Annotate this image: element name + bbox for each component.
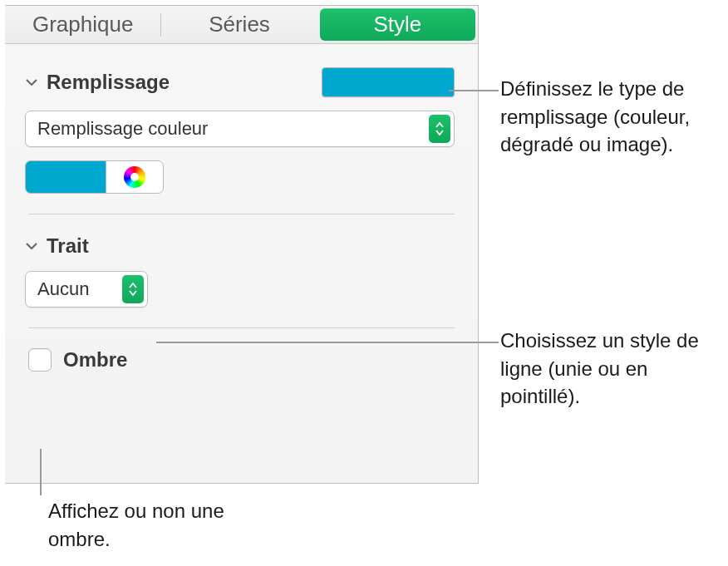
callout-line bbox=[40, 449, 42, 495]
fill-type-dropdown[interactable]: Remplissage couleur bbox=[25, 111, 455, 147]
color-picker-button[interactable] bbox=[106, 160, 164, 194]
stroke-style-dropdown[interactable]: Aucun bbox=[25, 271, 148, 308]
callout-line bbox=[449, 90, 499, 91]
fill-header[interactable]: Remplissage bbox=[25, 71, 170, 94]
chevron-down-icon bbox=[25, 239, 38, 253]
tab-series[interactable]: Séries bbox=[161, 6, 317, 43]
chevron-down-icon bbox=[25, 76, 38, 89]
callout-shadow: Affichez ou non une ombre. bbox=[48, 497, 239, 553]
shadow-checkbox[interactable] bbox=[28, 348, 52, 372]
tab-style[interactable]: Style bbox=[320, 8, 475, 41]
updown-arrows-icon bbox=[429, 115, 450, 143]
fill-color-row bbox=[25, 160, 455, 194]
stroke-section: Trait Aucun bbox=[5, 214, 478, 308]
fill-color-swatch[interactable] bbox=[25, 160, 106, 194]
stroke-header[interactable]: Trait bbox=[25, 234, 455, 258]
fill-color-preview[interactable] bbox=[322, 67, 455, 97]
fill-type-value: Remplissage couleur bbox=[37, 118, 208, 140]
inspector-panel: Graphique Séries Style Remplissage Rempl… bbox=[5, 5, 479, 484]
updown-arrows-icon bbox=[122, 275, 144, 303]
tab-chart-label: Graphique bbox=[32, 12, 133, 37]
shadow-label: Ombre bbox=[63, 348, 127, 372]
stroke-title: Trait bbox=[47, 234, 89, 258]
shadow-row: Ombre bbox=[5, 328, 478, 372]
tab-style-label: Style bbox=[373, 12, 421, 37]
tab-bar: Graphique Séries Style bbox=[5, 6, 478, 44]
tab-chart[interactable]: Graphique bbox=[5, 6, 160, 43]
callout-line bbox=[156, 342, 499, 343]
fill-title: Remplissage bbox=[47, 71, 170, 94]
stroke-value: Aucun bbox=[37, 278, 89, 300]
callout-fill: Définissez le type de remplissage (coule… bbox=[500, 75, 716, 159]
tab-series-label: Séries bbox=[209, 12, 270, 37]
callout-stroke: Choisissez un style de ligne (unie ou en… bbox=[500, 327, 725, 411]
color-wheel-icon bbox=[124, 166, 145, 188]
fill-section: Remplissage Remplissage couleur bbox=[5, 44, 478, 194]
